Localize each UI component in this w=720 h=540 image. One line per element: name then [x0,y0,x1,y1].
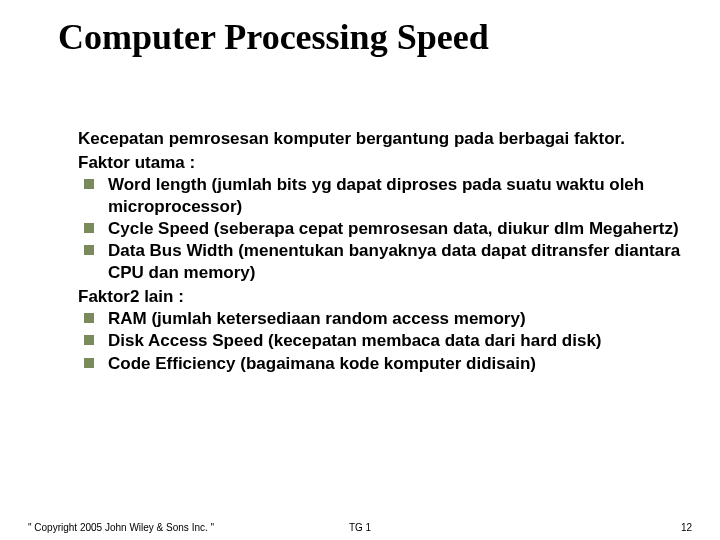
intro-text: Kecepatan pemrosesan komputer bergantung… [78,128,688,150]
footer-page-number: 12 [681,522,692,533]
section1-label: Faktor utama : [78,152,688,174]
list-item: Cycle Speed (seberapa cepat pemrosesan d… [78,218,688,240]
list-item: Disk Access Speed (kecepatan membaca dat… [78,330,688,352]
slide: Computer Processing Speed Kecepatan pemr… [0,0,720,375]
list-item: Word length (jumlah bits yg dapat dipros… [78,174,688,218]
list-item: Code Efficiency (bagaimana kode komputer… [78,353,688,375]
list-item: Data Bus Width (menentukan banyaknya dat… [78,240,688,284]
section2-list: RAM (jumlah ketersediaan random access m… [78,308,688,374]
section1-list: Word length (jumlah bits yg dapat dipros… [78,174,688,284]
body-content: Kecepatan pemrosesan komputer bergantung… [58,128,688,375]
section2-label: Faktor2 lain : [78,286,688,308]
slide-title: Computer Processing Speed [58,18,688,58]
footer-center: TG 1 [0,522,720,533]
list-item: RAM (jumlah ketersediaan random access m… [78,308,688,330]
